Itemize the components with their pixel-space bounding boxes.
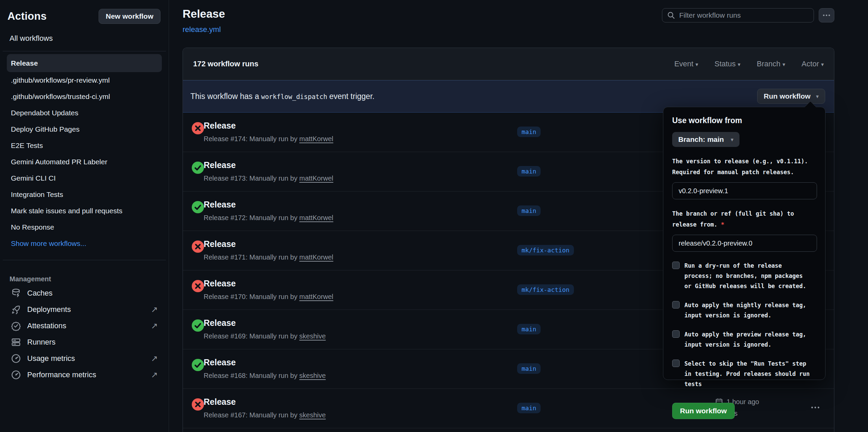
filter-dropdown[interactable]: Branch▾ [757, 60, 785, 68]
run-actor-link[interactable]: mattKorwel [299, 253, 333, 261]
workflow-file-link[interactable]: release.yml [183, 25, 221, 34]
run-actor-link[interactable]: mattKorwel [299, 175, 333, 182]
run-description: Release #168: Manually run by skeshive [204, 372, 326, 380]
branch-badge[interactable]: main [517, 127, 541, 137]
management-item-label: Usage metrics [27, 354, 75, 363]
version-input[interactable] [672, 182, 817, 199]
run-description: Release #172: Manually run by mattKorwel [204, 214, 333, 222]
filter-dropdown[interactable]: Event▾ [674, 60, 698, 68]
search-icon [667, 11, 675, 20]
run-actor-link[interactable]: skeshive [299, 372, 326, 379]
run-status-icon [192, 201, 204, 213]
checkbox-input[interactable] [672, 330, 680, 338]
run-title-link[interactable]: Release [204, 318, 236, 328]
chevron-down-icon: ▾ [783, 62, 785, 67]
sidebar-management-item[interactable]: Caches ↗ [7, 285, 162, 301]
management-section-label: Management [0, 263, 169, 285]
required-asterisk: * [721, 221, 724, 228]
run-actor-link[interactable]: mattKorwel [299, 214, 333, 221]
filter-dropdown[interactable]: Status▾ [714, 60, 740, 68]
checkbox-input[interactable] [672, 301, 680, 309]
chevron-down-icon: ▾ [816, 93, 819, 100]
sidebar-management-item[interactable]: Deployments ↗ [7, 301, 162, 318]
run-title-link[interactable]: Release [204, 397, 236, 407]
run-actor-link[interactable]: skeshive [299, 411, 326, 419]
sidebar-workflow-item[interactable]: No Response [7, 219, 162, 235]
run-actor-link[interactable]: mattKorwel [299, 293, 333, 300]
sidebar-item-all-workflows[interactable]: All workflows [0, 24, 169, 43]
checkbox-label[interactable]: Run a dry-run of the release process; no… [684, 261, 812, 291]
meter-icon [11, 353, 21, 364]
sidebar-divider [3, 51, 166, 51]
workflow-options-kebab-button[interactable] [819, 8, 834, 22]
chevron-down-icon: ▾ [695, 62, 698, 67]
run-description-text: Release #168: Manually run by [204, 372, 299, 379]
sidebar-workflow-item[interactable]: Gemini Automated PR Labeler [7, 154, 162, 170]
management-item-label: Caches [27, 289, 53, 298]
filter-workflow-runs-input[interactable] [679, 11, 809, 19]
sidebar-workflow-item[interactable]: .github/workflows/pr-review.yml [7, 72, 162, 88]
sidebar-management-item[interactable]: Attestations ↗ [7, 318, 162, 334]
checkbox-label[interactable]: Auto apply the nightly release tag, inpu… [684, 300, 812, 320]
sidebar-workflow-item[interactable]: .github/workflows/trusted-ci.yml [7, 88, 162, 105]
run-workflow-dropdown-button[interactable]: Run workflow▾ [757, 89, 825, 104]
branch-badge[interactable]: mk/fix-action [517, 284, 574, 295]
run-description-text: Release #173: Manually run by [204, 175, 299, 182]
sidebar-title: Actions [7, 10, 47, 22]
sidebar-workflow-item[interactable]: Dependabot Updates [7, 105, 162, 121]
x-circle-fill-icon [192, 240, 204, 253]
branch-badge[interactable]: main [517, 403, 541, 413]
workflow-item-label: E2E Tests [11, 142, 43, 150]
ref-input[interactable] [672, 235, 817, 252]
run-title-link[interactable]: Release [204, 160, 236, 170]
workflow-item-label: Release [11, 59, 38, 67]
run-title-link[interactable]: Release [204, 200, 236, 210]
branch-badge[interactable]: main [517, 324, 541, 334]
run-actor-link[interactable]: mattKorwel [299, 135, 333, 143]
runs-header: 172 workflow runs Event▾ Status▾ Branch▾… [183, 48, 834, 80]
x-circle-fill-icon [192, 398, 204, 411]
branch-badge[interactable]: main [517, 205, 541, 216]
branch-badge[interactable]: main [517, 166, 541, 177]
checkbox-label[interactable]: Select to skip the "Run Tests" step in t… [684, 359, 812, 389]
sidebar-workflow-item[interactable]: Deploy GitHub Pages [7, 121, 162, 137]
run-title-link[interactable]: Release [204, 358, 236, 367]
run-workflow-dropdown-label: Run workflow [764, 92, 811, 100]
banner-code: workflow_dispatch [259, 93, 329, 100]
sidebar-workflow-item[interactable]: Release [7, 54, 162, 72]
run-title-link[interactable]: Release [204, 121, 236, 131]
run-status-icon [192, 240, 204, 253]
branch-badge[interactable]: mk/fix-action [517, 245, 574, 255]
sidebar-workflow-item[interactable]: Mark stale issues and pull requests [7, 203, 162, 219]
run-description: Release #171: Manually run by mattKorwel [204, 253, 333, 261]
sidebar-management-item[interactable]: Usage metrics ↗ [7, 350, 162, 367]
check-circle-fill-icon [192, 162, 204, 174]
x-circle-fill-icon [192, 280, 204, 292]
run-workflow-submit-button[interactable]: Run workflow [672, 403, 735, 419]
sidebar-workflow-item[interactable]: E2E Tests [7, 137, 162, 154]
rocket-icon [11, 304, 21, 315]
sidebar-management-item[interactable]: Performance metrics ↗ [7, 367, 162, 383]
runs-count: 172 workflow runs [193, 60, 258, 68]
run-title-link[interactable]: Release [204, 279, 236, 288]
run-status-icon [192, 359, 204, 371]
sidebar-management-item[interactable]: Runners ↗ [7, 334, 162, 350]
run-title-link[interactable]: Release [204, 239, 236, 249]
management-item-label: Deployments [27, 305, 71, 314]
filter-dropdown[interactable]: Actor▾ [802, 60, 824, 68]
checkbox-input[interactable] [672, 262, 680, 269]
branch-badge[interactable]: main [517, 363, 541, 374]
new-workflow-button[interactable]: New workflow [99, 9, 160, 24]
run-actor-link[interactable]: skeshive [299, 332, 326, 340]
checkbox-input[interactable] [672, 360, 680, 367]
sidebar-workflow-item[interactable]: Integration Tests [7, 186, 162, 203]
sidebar-workflow-item[interactable]: Show more workflows... [7, 235, 162, 252]
run-status-icon [192, 319, 204, 332]
workflow-item-label: Gemini Automated PR Labeler [11, 158, 107, 166]
branch-select-button[interactable]: Branch: main▾ [672, 132, 739, 147]
checkbox-label[interactable]: Auto apply the preview release tag, inpu… [684, 329, 812, 350]
sidebar-workflow-item[interactable]: Gemini CLI CI [7, 170, 162, 186]
check-circle-fill-icon [192, 201, 204, 213]
external-link-icon: ↗ [151, 305, 158, 314]
run-description: Release #170: Manually run by mattKorwel [204, 293, 333, 301]
